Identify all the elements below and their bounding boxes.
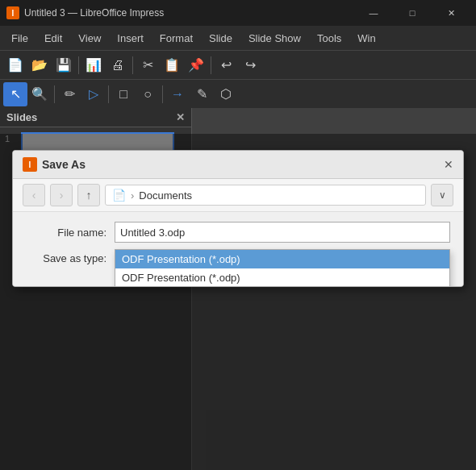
dialog-overlay: I Save As ✕ ‹ › ↑ 📄 › Docum: [0, 134, 476, 470]
app-icon: I: [6, 6, 19, 19]
breadcrumb-icon: 📄: [112, 189, 126, 202]
dialog-titlebar: I Save As ✕: [13, 151, 463, 179]
slides-panel-title: Slides: [6, 111, 37, 123]
draw-arrow[interactable]: ▷: [81, 82, 106, 106]
menu-insert[interactable]: Insert: [109, 29, 152, 48]
menu-slideshow[interactable]: Slide Show: [240, 29, 309, 48]
dialog-icon: I: [23, 157, 37, 172]
filename-input[interactable]: [115, 222, 450, 243]
window-title: Untitled 3 — LibreOffice Impress: [24, 7, 355, 19]
new-button[interactable]: 📄: [3, 53, 27, 77]
dialog-close-button[interactable]: ✕: [444, 158, 453, 171]
line-arrow-tool[interactable]: →: [165, 82, 190, 106]
breadcrumb-separator: ›: [131, 189, 134, 202]
sep-6: [162, 85, 163, 103]
polygon-tool[interactable]: ⬡: [214, 82, 238, 106]
dialog-title-text: Save As: [42, 158, 86, 171]
minimize-button[interactable]: —: [355, 0, 392, 26]
sep-1: [78, 56, 79, 74]
print-button[interactable]: 🖨: [106, 53, 130, 77]
slides-panel-header: Slides ✕: [0, 108, 191, 127]
sep-2: [132, 56, 133, 74]
breadcrumb-path: Documents: [139, 189, 192, 202]
undo-button[interactable]: ↩: [214, 53, 238, 77]
savetype-label: Save as type:: [26, 249, 106, 264]
draw-rect[interactable]: □: [111, 82, 136, 106]
menu-window[interactable]: Win: [349, 29, 383, 48]
sep-3: [211, 56, 211, 74]
savetype-row: Save as type: ODF Presentation (*.odp) O…: [26, 249, 450, 270]
cut-button[interactable]: ✂: [136, 53, 160, 77]
zoom-tool[interactable]: 🔍: [27, 82, 52, 106]
window-controls: — □ ✕: [355, 0, 470, 26]
filetype-item-odp-selected[interactable]: ODF Presentation (*.odp): [115, 250, 449, 268]
menu-view[interactable]: View: [70, 29, 109, 48]
dialog-nav: ‹ › ↑ 📄 › Documents ∨: [13, 179, 463, 212]
main-area: Slides ✕ 1 I Save As ✕ ‹: [0, 108, 476, 470]
copy-button[interactable]: 📋: [160, 53, 184, 77]
draw-line[interactable]: ✏: [57, 82, 81, 106]
filetype-list: ODF Presentation (*.odp) ODF Presentatio…: [115, 249, 450, 287]
print-preview-button[interactable]: 📊: [81, 53, 106, 77]
menu-edit[interactable]: Edit: [36, 29, 70, 48]
filename-row: File name:: [26, 222, 450, 243]
nav-dropdown-button[interactable]: ∨: [431, 184, 453, 206]
dropdown-arrow-icon: ∨: [439, 189, 446, 201]
back-icon: ‹: [32, 189, 36, 202]
dialog-form: File name: Save as type: ODF Presentatio…: [13, 212, 463, 286]
nav-breadcrumb[interactable]: 📄 › Documents: [105, 185, 426, 206]
sep-5: [108, 85, 109, 103]
select-tool[interactable]: ↖: [3, 82, 27, 106]
curve-tool[interactable]: ✎: [190, 82, 214, 106]
menu-format[interactable]: Format: [152, 29, 201, 48]
filetype-item-label: ODF Presentation (*.odp): [122, 253, 240, 265]
title-bar: I Untitled 3 — LibreOffice Impress — □ ✕: [0, 0, 476, 26]
paste-button[interactable]: 📌: [184, 53, 208, 77]
menu-file[interactable]: File: [3, 29, 36, 48]
open-button[interactable]: 📂: [27, 53, 52, 77]
close-button[interactable]: ✕: [432, 0, 470, 26]
filetype-item-odp[interactable]: ODF Presentation (*.odp): [115, 268, 449, 287]
save-as-dialog: I Save As ✕ ‹ › ↑ 📄 › Docum: [12, 150, 464, 287]
nav-up-button[interactable]: ↑: [77, 184, 100, 206]
draw-ellipse[interactable]: ○: [136, 82, 160, 106]
filetype-dropdown[interactable]: ODF Presentation (*.odp) ODF Presentatio…: [115, 249, 450, 270]
up-icon: ↑: [86, 189, 92, 202]
save-button[interactable]: 💾: [52, 53, 76, 77]
redo-button[interactable]: ↪: [238, 53, 262, 77]
menu-bar: File Edit View Insert Format Slide Slide…: [0, 26, 476, 50]
toolbar-2: ↖ 🔍 ✏ ▷ □ ○ → ✎ ⬡: [0, 79, 476, 108]
toolbar-1: 📄 📂 💾 📊 🖨 ✂ 📋 📌 ↩ ↪: [0, 50, 476, 79]
nav-back-button[interactable]: ‹: [23, 184, 45, 206]
maximize-button[interactable]: □: [394, 0, 431, 26]
filename-label: File name:: [26, 227, 106, 239]
sep-4: [54, 85, 55, 103]
nav-forward-button[interactable]: ›: [50, 184, 73, 206]
forward-icon: ›: [60, 189, 64, 202]
dialog-title: I Save As: [23, 157, 86, 172]
menu-tools[interactable]: Tools: [309, 29, 349, 48]
menu-slide[interactable]: Slide: [201, 29, 240, 48]
slides-panel-close[interactable]: ✕: [176, 111, 185, 123]
filetype-item-label: ODF Presentation (*.odp): [122, 272, 240, 284]
